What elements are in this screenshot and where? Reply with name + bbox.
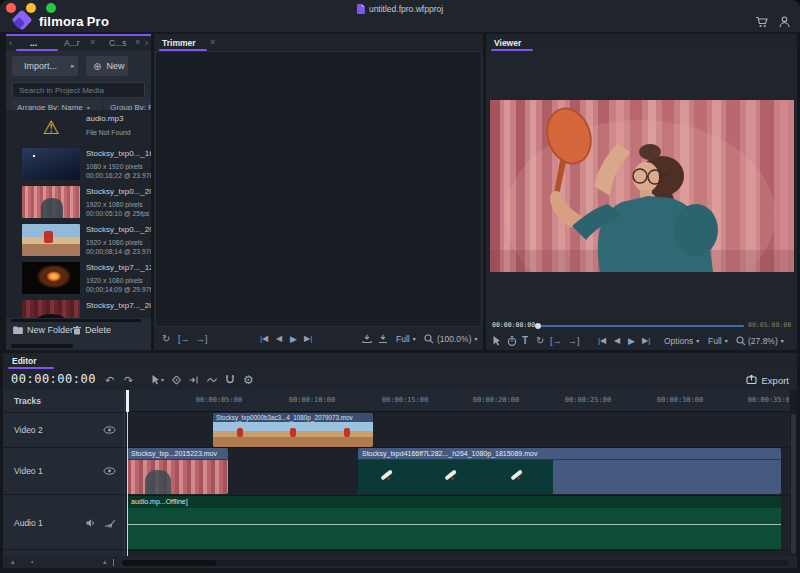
next-frame-button[interactable]: ▶| — [642, 337, 650, 345]
chevron-down-icon: ▾ — [696, 337, 699, 344]
viewer-fit-dropdown[interactable]: Full ▾ — [708, 336, 728, 346]
tab-viewer[interactable]: Viewer — [494, 38, 521, 48]
mark-in-icon[interactable]: [→ — [178, 334, 190, 343]
account-icon[interactable] — [779, 16, 790, 28]
mark-out-icon[interactable]: →] — [196, 334, 208, 343]
track-header-audio1[interactable]: Audio 1 — [3, 496, 124, 550]
go-to-start-button[interactable]: |◀ — [598, 337, 606, 345]
track-header-video1[interactable]: Video 1 — [3, 448, 124, 495]
timeline-vertical-scrollbar[interactable] — [790, 390, 797, 556]
tab-audio-mixer[interactable]: A...r — [64, 38, 80, 48]
playhead-line[interactable] — [127, 412, 128, 556]
new-folder-label: New Folder — [27, 325, 73, 335]
filmora-logo-icon — [10, 10, 34, 32]
insert-to-timeline-icon[interactable] — [362, 334, 372, 343]
select-tool-icon[interactable] — [151, 374, 160, 385]
mark-out-icon[interactable]: →] — [568, 336, 580, 345]
viewer-zoom-dropdown[interactable]: (27.8%) ▾ — [748, 336, 784, 346]
media-item-clip[interactable]: Stocksy_txp0..._207 1920 x 1080 pixels 0… — [6, 222, 151, 260]
play-button[interactable]: ▶ — [628, 336, 635, 345]
tab-editor[interactable]: Editor — [12, 356, 37, 366]
ruler-tick-label: 00:00:35:00 — [739, 396, 789, 404]
redo-button[interactable]: ↷ — [124, 374, 133, 385]
close-tab-icon[interactable]: × — [135, 37, 140, 47]
go-to-start-button[interactable]: |◀ — [260, 335, 268, 343]
trimmer-zoom-dropdown[interactable]: (100.0%) ▾ — [437, 334, 478, 344]
overwrite-to-timeline-icon[interactable] — [378, 334, 388, 343]
timeline-clip-video1a[interactable]: Stocksy_txp...2015223.mov — [127, 448, 228, 494]
loop-playback-icon[interactable]: ↻ — [162, 334, 170, 344]
scrollbar-thumb[interactable] — [122, 560, 216, 566]
import-button[interactable]: Import... ▸ — [12, 56, 78, 76]
viewer-scrubber-track[interactable] — [538, 325, 744, 327]
slip-tool-icon[interactable] — [207, 375, 217, 385]
loop-playback-icon[interactable]: ↻ — [536, 336, 544, 346]
close-tab-icon[interactable]: × — [90, 37, 95, 47]
play-button[interactable]: ▶ — [290, 334, 297, 343]
media-item-name: audio.mp3 — [86, 114, 151, 123]
eye-visibility-icon[interactable] — [103, 426, 116, 434]
settings-gear-icon[interactable]: ⚙ — [243, 374, 254, 386]
scrollbar-thumb[interactable] — [791, 414, 796, 554]
app-logo: filmora Pro — [10, 10, 109, 32]
options-label: Options — [664, 336, 693, 346]
timeline-ruler[interactable]: 00:00:05:00 00:00:10:00 00:00:15:00 00:0… — [125, 390, 789, 412]
media-item-clip[interactable]: Stocksy_txp0..._201 1920 x 1080 pixels 0… — [6, 184, 151, 222]
speaker-mute-icon[interactable] — [86, 518, 96, 527]
slice-tool-icon[interactable] — [171, 374, 182, 385]
tool-dropdown-icon[interactable]: ▾ — [161, 377, 164, 383]
previous-frame-button[interactable]: ◀ — [614, 337, 620, 345]
trimmer-fit-dropdown[interactable]: Full ▾ — [396, 334, 416, 344]
track-header-video2[interactable]: Video 2 — [3, 413, 124, 448]
timeline-lanes[interactable]: 00:00:05:00 00:00:10:00 00:00:15:00 00:0… — [125, 390, 789, 556]
previous-frame-button[interactable]: ◀ — [276, 335, 282, 343]
import-dropdown-icon[interactable]: ▸ — [71, 62, 75, 70]
media-item-name: Stocksy_txp7..._124 — [86, 263, 151, 272]
media-item-clip[interactable]: Stocksy_txp7..._201 — [6, 298, 151, 318]
clip-filmstrip — [127, 460, 228, 494]
active-tab-underline — [16, 49, 58, 51]
media-item-audio[interactable]: ⚠ audio.mp3 File Not Found — [6, 110, 151, 146]
logo-text-secondary: Pro — [87, 14, 109, 29]
pointer-tool-icon[interactable] — [492, 335, 501, 346]
zoom-out-tracks-icon[interactable]: ▴ — [11, 558, 15, 565]
playhead-handle[interactable] — [126, 390, 129, 412]
media-panel-tabbar: ‹ ... A...r × C...s × › — [6, 34, 151, 51]
timeline-horizontal-scrollbar[interactable] — [122, 560, 789, 566]
mark-in-icon[interactable]: [→ — [550, 336, 562, 345]
eye-visibility-icon[interactable] — [103, 467, 116, 475]
timeline-clip-audio[interactable]: audio.mp...Offline] — [127, 496, 781, 549]
zoom-slider-handle[interactable]: • — [31, 558, 33, 565]
export-button[interactable]: Export — [746, 374, 789, 385]
timeline-clip-video2[interactable]: Stocksy_txp0000b3ac3...4_1080p_2079073.m… — [213, 413, 373, 447]
export-icon — [746, 375, 757, 385]
tab-scroll-right-icon[interactable]: › — [145, 38, 148, 48]
tab-controls[interactable]: C...s — [109, 38, 126, 48]
next-frame-button[interactable]: ▶| — [304, 335, 312, 343]
viewer-scrubber-handle[interactable] — [535, 323, 541, 329]
new-button[interactable]: ⊕ New — [86, 56, 128, 76]
timeline-clip-video1b[interactable]: Stocksy_txpd4166ff7L282..._h264_1080p_18… — [358, 448, 781, 494]
tracks-header-row: Tracks — [3, 390, 124, 413]
text-tool-icon[interactable]: T — [522, 336, 528, 346]
media-item-clip[interactable]: Stocksy_txp0..._166 1080 x 1920 pixels 0… — [6, 146, 151, 184]
tab-trimmer[interactable]: Trimmer — [162, 38, 196, 48]
stopwatch-icon[interactable] — [507, 335, 517, 346]
tab-media[interactable]: ... — [30, 38, 37, 48]
media-footer-scrollbar[interactable] — [11, 344, 73, 348]
tab-scroll-left-icon[interactable]: ‹ — [9, 38, 12, 48]
close-tab-icon[interactable]: × — [210, 37, 215, 47]
viewer-video-frame — [490, 100, 794, 272]
trim-tool-icon[interactable] — [189, 375, 199, 385]
new-folder-button[interactable]: New Folder — [13, 325, 73, 335]
undo-button[interactable]: ↶ — [105, 374, 114, 385]
audio-mixer-icon[interactable] — [104, 518, 116, 527]
zoom-in-tracks-icon[interactable]: ▴ — [103, 558, 107, 565]
clip-thumbnail — [22, 224, 80, 256]
viewer-options-dropdown[interactable]: Options ▾ — [664, 336, 699, 346]
delete-button[interactable]: Delete — [73, 325, 111, 335]
media-item-clip[interactable]: Stocksy_txp7..._124 1920 x 1080 pixels 0… — [6, 260, 151, 298]
search-input[interactable] — [12, 82, 145, 98]
snap-magnet-icon[interactable] — [225, 374, 235, 385]
store-cart-icon[interactable] — [755, 16, 768, 28]
